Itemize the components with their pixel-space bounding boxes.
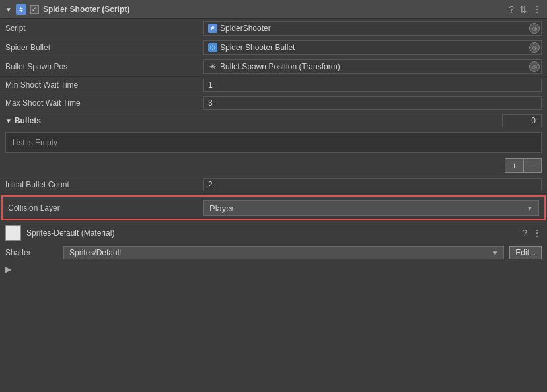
collision-layer-arrow-icon: ▼ <box>527 205 533 212</box>
bullets-list-empty: List is Empty <box>5 132 542 153</box>
shader-dropdown[interactable]: Sprites/Default ▼ <box>63 246 504 259</box>
bullets-header: ▼ Bullets 0 <box>0 112 547 129</box>
bullets-collapse-icon[interactable]: ▼ <box>5 117 12 125</box>
shader-value: Sprites/Default <box>69 248 122 257</box>
material-row: Sprites-Default (Material) ? ⋮ <box>0 222 547 244</box>
material-name: Sprites-Default (Material) <box>26 228 517 238</box>
collapse-arrow-icon[interactable]: ▼ <box>5 6 12 13</box>
material-help-icon[interactable]: ? <box>522 228 527 238</box>
initial-bullet-count-row: Initial Bullet Count 2 <box>0 176 547 194</box>
initial-bullet-count-value-text: 2 <box>208 180 213 189</box>
remove-bullet-btn[interactable]: − <box>523 158 542 173</box>
collision-layer-value: Player <box>209 203 234 213</box>
initial-bullet-count-label: Initial Bullet Count <box>5 180 203 189</box>
min-shoot-wait-value[interactable]: 1 <box>203 79 542 92</box>
max-shoot-wait-value-text: 3 <box>208 98 213 108</box>
script-row: Script # SpiderShooter ◎ <box>0 19 547 38</box>
list-buttons-row: + − <box>0 156 547 176</box>
initial-bullet-count-value[interactable]: 2 <box>203 178 542 191</box>
material-preview <box>5 225 21 241</box>
max-shoot-wait-label: Max Shoot Wait Time <box>5 98 203 108</box>
shader-edit-btn[interactable]: Edit... <box>509 246 542 259</box>
expand-arrow-icon[interactable]: ▶ <box>5 265 11 274</box>
header-icons: ? ⇅ ⋮ <box>509 4 542 15</box>
bullets-label: ▼ Bullets <box>5 116 502 125</box>
script-label: Script <box>5 24 203 33</box>
transform-icon: ✳ <box>208 62 217 71</box>
spider-bullet-value[interactable]: ⬡ Spider Shooter Bullet ◎ <box>203 40 542 55</box>
add-bullet-btn[interactable]: + <box>505 158 523 173</box>
bullet-spawn-pos-picker-btn[interactable]: ◎ <box>529 61 540 72</box>
component-header: ▼ # Spider Shooter (Script) ? ⇅ ⋮ <box>0 0 547 19</box>
script-picker-btn[interactable]: ◎ <box>529 23 540 34</box>
bullets-label-text: Bullets <box>15 116 41 125</box>
bullets-count[interactable]: 0 <box>502 114 542 127</box>
component-enabled-checkbox[interactable] <box>30 5 39 14</box>
collision-layer-dropdown[interactable]: Player ▼ <box>203 200 539 216</box>
component-title: Spider Shooter (Script) <box>43 5 505 14</box>
inspector-panel: ▼ # Spider Shooter (Script) ? ⇅ ⋮ Script… <box>0 0 547 277</box>
shader-label: Shader <box>5 248 58 257</box>
script-value[interactable]: # SpiderShooter ◎ <box>203 21 542 36</box>
max-shoot-wait-row: Max Shoot Wait Time 3 <box>0 94 547 112</box>
material-icons: ? ⋮ <box>522 228 542 238</box>
cube-icon: ⬡ <box>208 43 217 52</box>
bullets-section: ▼ Bullets 0 List is Empty + − <box>0 112 547 176</box>
collision-layer-label: Collision Layer <box>8 203 203 212</box>
shader-row: Shader Sprites/Default ▼ Edit... <box>0 244 547 262</box>
material-more-icon[interactable]: ⋮ <box>532 228 542 238</box>
more-options-icon[interactable]: ⋮ <box>532 4 542 15</box>
max-shoot-wait-value[interactable]: 3 <box>203 96 542 110</box>
script-hash-icon: # <box>16 4 26 15</box>
bullet-spawn-pos-row: Bullet Spawn Pos ✳ Bullet Spawn Position… <box>0 57 547 77</box>
shader-arrow-icon: ▼ <box>492 249 498 257</box>
min-shoot-wait-label: Min Shoot Wait Time <box>5 81 203 90</box>
bullet-spawn-pos-value-text: Bullet Spawn Position (Transform) <box>220 62 527 71</box>
bullet-spawn-pos-label: Bullet Spawn Pos <box>5 62 203 71</box>
bottom-section: ▶ <box>0 262 547 277</box>
script-value-text: SpiderShooter <box>220 24 527 33</box>
collision-layer-row: Collision Layer Player ▼ <box>1 195 546 220</box>
spider-bullet-picker-btn[interactable]: ◎ <box>529 42 540 53</box>
min-shoot-wait-value-text: 1 <box>208 81 213 90</box>
spider-bullet-row: Spider Bullet ⬡ Spider Shooter Bullet ◎ <box>0 38 547 57</box>
branch-icon[interactable]: ⇅ <box>519 4 527 15</box>
spider-bullet-label: Spider Bullet <box>5 43 203 52</box>
bullet-spawn-pos-value[interactable]: ✳ Bullet Spawn Position (Transform) ◎ <box>203 59 542 74</box>
min-shoot-wait-row: Min Shoot Wait Time 1 <box>0 77 547 94</box>
script-hash-icon: # <box>208 24 217 33</box>
spider-bullet-value-text: Spider Shooter Bullet <box>220 43 527 52</box>
help-icon[interactable]: ? <box>509 4 514 15</box>
